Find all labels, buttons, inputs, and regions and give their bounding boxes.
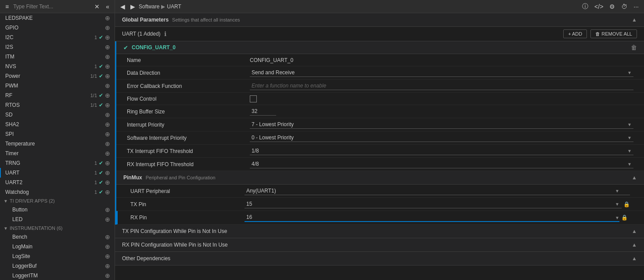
rx-pin-config-header[interactable]: RX PIN Configuration While Pin is Not In… [115,238,644,251]
data-direction-select[interactable]: Send and Receive Send Only Receive Only [250,69,633,77]
sidebar-item-nvs[interactable]: NVS 1 ✔ ⊕ [0,62,115,71]
forward-button[interactable]: ▶ [129,2,137,11]
sw-interrupt-priority-select-wrapper: 0 - Lowest Priority 1 2 ▼ [250,134,633,142]
ring-buffer-input[interactable] [250,107,276,116]
sidebar-item-itm[interactable]: ITM ⊕ [0,52,115,62]
section-ti-driver-apps[interactable]: ▼ TI DRIVER APPS (2) [0,197,115,205]
sidebar-item-uart[interactable]: UART 1 ✔ ⊕ [0,168,115,178]
add-bench-btn[interactable]: ⊕ [104,233,111,240]
add-timer-btn[interactable]: ⊕ [104,150,111,157]
add-watchdog-btn[interactable]: ⊕ [104,189,111,196]
sidebar-item-rtos[interactable]: RTOS 1/1 ✔ ⊕ [0,100,115,110]
sidebar-item-i2c[interactable]: I2C 1 ✔ ⊕ [0,33,115,42]
add-uart-btn[interactable]: ⊕ [104,169,111,176]
sidebar-item-timer[interactable]: Timer ⊕ [0,149,115,158]
rx-fifo-select[interactable]: 1/8 2/8 4/8 [250,160,633,168]
error-callback-input[interactable] [250,82,633,90]
add-led-btn[interactable]: ⊕ [104,216,111,223]
add-spi-btn[interactable]: ⊕ [104,131,111,138]
filter-input[interactable] [13,4,90,10]
remove-all-button[interactable]: 🗑 REMOVE ALL [590,29,637,38]
sidebar-item-rf[interactable]: RF 1/1 ✔ ⊕ [0,91,115,100]
add-loggerbuf-btn[interactable]: ⊕ [104,262,111,269]
name-text: CONFIG_UART_0 [250,57,293,63]
interrupt-priority-select[interactable]: 7 - Lowest Priority 6 5 [250,120,633,129]
tx-pin-select[interactable]: 15 16 [245,200,622,208]
other-deps-header[interactable]: Other Dependencies ▲ [115,252,644,265]
rx-fifo-label: RX Interrupt FIFO Threshold [127,161,250,167]
more-icon[interactable]: ··· [632,2,640,11]
pinmux-header[interactable]: PinMux Peripheral and Pin Configuration … [116,171,644,185]
sidebar-item-logsite[interactable]: LogSite ⊕ [0,251,115,261]
sidebar-item-loggeritm[interactable]: LoggerITM ⊕ [0,271,115,280]
sidebar-item-button[interactable]: Button ⊕ [0,205,115,215]
sidebar-item-gpio[interactable]: GPIO ⊕ [0,23,115,33]
add-i2s-btn[interactable]: ⊕ [104,44,111,51]
sw-interrupt-priority-label: Software Interrupt Priority [127,135,250,141]
uart-peripheral-select[interactable]: Any(UART1) UART0 UART1 [245,187,630,195]
add-temperature-btn[interactable]: ⊕ [104,140,111,147]
form-row-data-direction: Data Direction Send and Receive Send Onl… [116,66,644,80]
history-icon[interactable]: ⏱ [619,2,629,11]
breadcrumb-uart[interactable]: UART [167,4,181,10]
sidebar-collapse-icon[interactable]: « [104,2,111,11]
tx-fifo-select[interactable]: 1/8 2/8 4/8 [250,147,633,155]
instance-info-icon[interactable]: ℹ [164,30,166,37]
sidebar-item-led[interactable]: LED ⊕ [0,215,115,224]
sidebar-item-ledspake[interactable]: LEDSPAKE ⊕ [0,13,115,23]
topbar-right: ⓘ </> ⚙ ⏱ ··· [580,2,640,11]
sidebar-item-pwm[interactable]: PWM ⊕ [0,81,115,91]
filter-clear-icon[interactable]: ✕ [93,2,101,11]
global-params-section: Global Parameters Settings that affect a… [115,13,644,27]
add-sha2-btn[interactable]: ⊕ [104,121,111,128]
add-uart2-btn[interactable]: ⊕ [104,179,111,186]
sidebar-item-temperature[interactable]: Temperature ⊕ [0,139,115,149]
add-button-btn[interactable]: ⊕ [104,206,111,213]
sidebar-item-bench[interactable]: Bench ⊕ [0,232,115,242]
back-button[interactable]: ◀ [119,2,127,11]
add-nvs-btn[interactable]: ⊕ [104,63,111,70]
add-pwm-btn[interactable]: ⊕ [104,82,111,89]
add-gpio-btn[interactable]: ⊕ [104,24,111,31]
sidebar-item-uart2[interactable]: UART2 1 ✔ ⊕ [0,178,115,187]
add-logsite-btn[interactable]: ⊕ [104,253,111,260]
sidebar-item-spi[interactable]: SPI ⊕ [0,129,115,139]
rx-pin-input[interactable] [245,213,619,222]
add-loggeritm-btn[interactable]: ⊕ [104,272,111,279]
add-logmain-btn[interactable]: ⊕ [104,243,111,250]
add-rtos-btn[interactable]: ⊕ [104,102,111,109]
sidebar-item-sha2[interactable]: SHA2 ⊕ [0,120,115,129]
add-ledspake-btn[interactable]: ⊕ [104,15,111,22]
form-row-error-callback: Error Callback Function [116,80,644,93]
sidebar-item-watchdog[interactable]: Watchdog 1 ✔ ⊕ [0,187,115,197]
add-i2c-btn[interactable]: ⊕ [104,34,111,41]
settings-icon[interactable]: ⚙ [608,2,617,11]
tx-pin-config-header[interactable]: TX PIN Configuration While Pin is Not In… [115,225,644,238]
info-icon[interactable]: ⓘ [580,2,590,11]
sw-interrupt-priority-select[interactable]: 0 - Lowest Priority 1 2 [250,134,633,142]
sidebar-menu-icon[interactable]: ≡ [4,2,11,11]
sidebar-item-i2s[interactable]: I2S ⊕ [0,42,115,52]
sidebar-item-trng[interactable]: TRNG 1 ✔ ⊕ [0,158,115,168]
rx-fifo-select-wrapper: 1/8 2/8 4/8 ▼ [250,160,633,168]
code-icon[interactable]: </> [593,2,605,11]
content-area: Global Parameters Settings that affect a… [115,13,644,280]
sidebar-item-sd[interactable]: SD ⊕ [0,110,115,120]
breadcrumb-software[interactable]: Software [139,4,159,10]
section-instrumentation[interactable]: ▼ INSTRUMENTATION (6) [0,224,115,232]
flow-control-checkbox[interactable] [250,95,257,102]
add-sd-btn[interactable]: ⊕ [104,111,111,118]
global-params-header[interactable]: Global Parameters Settings that affect a… [115,13,644,26]
add-itm-btn[interactable]: ⊕ [104,53,111,60]
add-instance-button[interactable]: + ADD [563,29,587,38]
add-trng-btn[interactable]: ⊕ [104,160,111,167]
config-instance-header[interactable]: ✔ CONFIG_UART_0 🗑 [116,41,644,54]
tx-pin-label: TX Pin [130,201,245,207]
sidebar-item-logmain[interactable]: LogMain ⊕ [0,242,115,251]
add-rf-btn[interactable]: ⊕ [104,92,111,99]
sidebar-item-loggerbuf[interactable]: LoggerBuf ⊕ [0,261,115,271]
add-power-btn[interactable]: ⊕ [104,73,111,80]
rx-pin-config-collapse-icon: ▲ [632,242,637,248]
sidebar-item-power[interactable]: Power 1/1 ✔ ⊕ [0,71,115,81]
delete-instance-button[interactable]: 🗑 [631,44,637,51]
